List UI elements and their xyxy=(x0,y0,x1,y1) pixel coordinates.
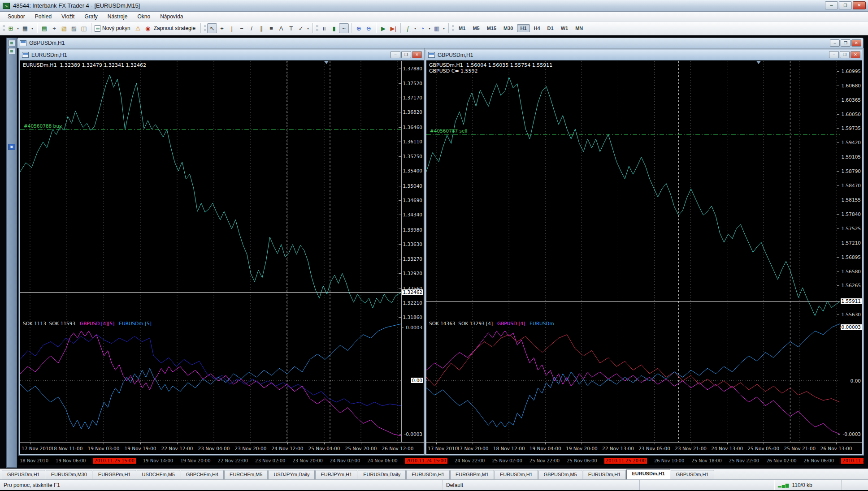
timeframe-button-m5[interactable]: M5 xyxy=(469,24,482,32)
timeframe-button-m15[interactable]: M15 xyxy=(484,24,499,32)
menu-item-grafy[interactable]: Grafy xyxy=(79,13,102,21)
minimize-button[interactable] xyxy=(825,1,838,9)
docked-chart-icon[interactable]: ▦ xyxy=(8,48,15,54)
channel-tool-icon[interactable]: ∥ xyxy=(256,23,266,33)
enable-strategy-button[interactable]: Zapnout strategie xyxy=(154,25,195,31)
zoom-out-icon[interactable]: ⊖ xyxy=(364,23,373,33)
bg-minimize-button[interactable] xyxy=(830,39,840,47)
navigator-icon[interactable]: ▧ xyxy=(59,23,69,33)
toolbar-grip[interactable] xyxy=(316,24,318,33)
menu-item-okno[interactable]: Okno xyxy=(132,13,155,21)
arrows-tool-icon[interactable]: ✓ xyxy=(296,23,306,33)
chart-minimize-button[interactable] xyxy=(829,51,839,58)
chart-tab-8[interactable]: EURUSDm,Daily xyxy=(358,470,406,479)
chart-tab-5[interactable]: EURCHFm,M5 xyxy=(224,470,268,479)
templates-icon[interactable]: ▥ xyxy=(432,23,442,33)
chart-shift-icon[interactable]: ▶| xyxy=(388,23,398,33)
chart-tab-11[interactable]: EURUSDm,H1 xyxy=(495,470,538,479)
price-chart-plot[interactable] xyxy=(426,61,840,442)
chart-close-button[interactable] xyxy=(851,51,860,58)
background-window-titlebar[interactable]: GBPUSDm,H1 xyxy=(17,38,864,48)
cursor-tool-icon[interactable]: ↖ xyxy=(207,23,217,33)
chart-restore-button[interactable] xyxy=(840,51,850,58)
menu-item-soubor[interactable]: Soubor xyxy=(3,13,30,21)
timeframe-button-m1[interactable]: M1 xyxy=(456,24,469,32)
chart-tab-12[interactable]: GBPUSDm,M5 xyxy=(538,470,582,479)
chart-tab-2[interactable]: EURGBPm,H1 xyxy=(93,470,136,479)
line-chart-mode-icon[interactable]: ~ xyxy=(339,23,349,33)
market-watch-icon[interactable]: ▤ xyxy=(39,23,49,33)
toolbar-grip[interactable] xyxy=(204,24,206,33)
profiles-caret-icon[interactable]: ▾ xyxy=(30,26,35,30)
chart-minimize-button[interactable] xyxy=(391,51,400,58)
new-chart-icon[interactable]: ⊞ xyxy=(6,23,16,33)
text-label-tool-icon[interactable]: T xyxy=(286,23,296,33)
timeframe-button-h1[interactable]: H1 xyxy=(517,24,529,32)
chart-tab-9[interactable]: EURUSDm,H1 xyxy=(406,470,450,479)
timeframe-button-mn[interactable]: MN xyxy=(572,24,586,32)
time-axis[interactable]: 17 Nov 201017 Nov 20:0018 Nov 12:0019 No… xyxy=(426,442,862,454)
indicators-caret-icon[interactable]: ▾ xyxy=(413,26,417,30)
chart-tab-4[interactable]: GBPCHFm,H4 xyxy=(181,470,224,479)
chart-tab-15[interactable]: GBPUSDm,H1 xyxy=(671,470,714,479)
status-profile-cell[interactable]: Default xyxy=(442,480,639,490)
crosshair-tool-icon[interactable]: + xyxy=(217,23,227,33)
trendline-tool-icon[interactable]: / xyxy=(247,23,256,33)
toolbar-grip[interactable] xyxy=(452,24,454,33)
chart-tab-14[interactable]: EURUSDm,H1 xyxy=(626,469,670,479)
indicators-icon[interactable]: ƒ xyxy=(403,23,413,33)
terminal-icon[interactable]: ▨ xyxy=(69,23,79,33)
close-button[interactable] xyxy=(853,1,866,9)
timeframe-button-m30[interactable]: M30 xyxy=(500,24,516,32)
timeframe-button-h4[interactable]: H4 xyxy=(531,24,543,32)
horizontal-line-tool-icon[interactable]: − xyxy=(237,23,247,33)
price-axis[interactable]: 1.378801.375201.371701.368201.364601.361… xyxy=(401,61,424,442)
chart-tab-13[interactable]: EURUSDm,H1 xyxy=(583,470,626,479)
app-titlebar[interactable]: ∿ 48544: Interbank FX Trader 4 - [EURUSD… xyxy=(0,0,868,12)
price-chart-plot[interactable] xyxy=(20,61,401,442)
arrows-caret-icon[interactable]: ▾ xyxy=(306,26,310,30)
new-order-button[interactable]: Nový pokyn xyxy=(102,25,130,31)
periods-icon[interactable]: ◔ xyxy=(417,23,427,33)
text-tool-icon[interactable]: A xyxy=(276,23,286,33)
candlestick-mode-icon[interactable]: ▮ xyxy=(329,23,339,33)
chart-tab-1[interactable]: EURUSDm,M30 xyxy=(46,470,92,479)
chart-close-button[interactable] xyxy=(412,51,422,58)
menu-item-vloit[interactable]: Vložit xyxy=(56,13,79,21)
timeframe-button-d1[interactable]: D1 xyxy=(544,24,557,32)
auto-scroll-icon[interactable]: ▶ xyxy=(378,23,388,33)
chart-tab-6[interactable]: USDJPYm,Daily xyxy=(268,470,315,479)
chart-window-titlebar[interactable]: GBPUSDm,H1 xyxy=(426,50,862,60)
bg-restore-button[interactable] xyxy=(841,39,851,47)
templates-caret-icon[interactable]: ▾ xyxy=(442,26,446,30)
docked-window-icon[interactable]: ▣ xyxy=(8,144,15,150)
profiles-icon[interactable]: ▦ xyxy=(20,23,30,33)
docked-chart-icon[interactable]: ▦ xyxy=(8,40,15,46)
menu-item-npovda[interactable]: Nápovìda xyxy=(155,13,188,21)
strategy-tester-icon[interactable]: ◫ xyxy=(79,23,89,33)
menu-item-pohled[interactable]: Pohled xyxy=(30,13,56,21)
bar-chart-mode-icon[interactable]: ıı xyxy=(319,23,329,33)
chart-tab-0[interactable]: GBPUSDm,H1 xyxy=(2,470,45,479)
restore-button[interactable] xyxy=(839,1,852,9)
periods-caret-icon[interactable]: ▾ xyxy=(427,26,432,30)
time-axis[interactable]: 17 Nov 201018 Nov 11:0019 Nov 03:0019 No… xyxy=(20,442,424,454)
vertical-line-tool-icon[interactable]: | xyxy=(227,23,237,33)
toolbar-grip[interactable] xyxy=(3,24,5,33)
strategy-globe-icon[interactable]: ◉ xyxy=(143,23,153,33)
new-chart-caret-icon[interactable]: ▾ xyxy=(16,26,20,30)
chart-restore-button[interactable] xyxy=(401,51,411,58)
chart-tab-10[interactable]: EURGBPm,M1 xyxy=(450,470,494,479)
price-axis[interactable]: 1.609951.606801.603651.600501.597351.594… xyxy=(840,61,862,442)
bg-close-button[interactable] xyxy=(851,39,861,47)
chart-tab-3[interactable]: USDCHFm,M5 xyxy=(137,470,180,479)
warning-icon[interactable]: ⚠ xyxy=(133,23,143,33)
new-order-icon[interactable] xyxy=(95,25,100,32)
chart-tab-7[interactable]: EURJPYm,H1 xyxy=(315,470,357,479)
fibonacci-tool-icon[interactable]: ≡ xyxy=(266,23,276,33)
data-window-icon[interactable]: + xyxy=(49,23,59,33)
zoom-in-icon[interactable]: ⊕ xyxy=(354,23,364,33)
chart-window-titlebar[interactable]: EURUSDm,H1 xyxy=(20,50,424,60)
timeframe-button-w1[interactable]: W1 xyxy=(558,24,572,32)
menu-item-nstroje[interactable]: Nástroje xyxy=(103,13,133,21)
